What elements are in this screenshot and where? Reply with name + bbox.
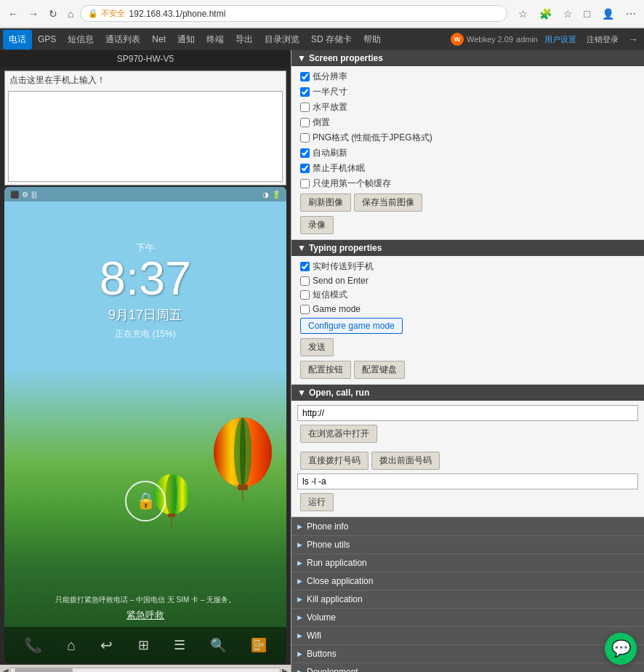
check-sms-mode-label: 短信模式 [313, 289, 347, 301]
back-button[interactable]: ← [4, 7, 22, 21]
phone-nav-phone[interactable]: 📞 [24, 636, 42, 654]
extensions-button[interactable]: 🧩 [536, 7, 555, 21]
typing-properties-section: ▼ Typing properties 实时传送到手机 Send on Ente… [291, 240, 644, 385]
open-call-run-section: ▼ Open, call, run 在浏览器中打开 直接拨打号码 拨出前面号码 … [291, 385, 644, 517]
scroll-left-arrow[interactable]: ◀ [1, 667, 10, 673]
typing-properties-header[interactable]: ▼ Typing properties [291, 240, 644, 256]
text-input-area: 点击这里在手机上输入！ [4, 71, 286, 185]
menu-item-help[interactable]: 帮助 [358, 30, 387, 49]
star-button[interactable]: ☆ [515, 7, 531, 21]
check-first-frame[interactable] [300, 179, 310, 188]
open-call-run-content: 在浏览器中打开 直接拨打号码 拨出前面号码 运行 [291, 401, 644, 516]
refresh-button[interactable]: ↻ [45, 7, 61, 21]
phone-utils-section[interactable]: Phone utils [291, 535, 644, 553]
browser-chrome: ← → ↻ ⌂ 🔒 不安全 192.168.43.1/phone.html ☆ … [0, 0, 644, 28]
open-browser-button[interactable]: 在浏览器中打开 [300, 425, 377, 443]
record-button[interactable]: 录像 [300, 216, 334, 234]
config-keyboard-button[interactable]: 配置键盘 [354, 361, 405, 379]
save-image-button[interactable]: 保存当前图像 [354, 193, 422, 212]
check-half-size[interactable] [300, 87, 310, 97]
check-low-res[interactable] [300, 72, 310, 81]
buttons-section[interactable]: Buttons [291, 644, 644, 663]
url-input[interactable] [297, 405, 638, 421]
phone-nav-end-call[interactable]: 📴 [251, 637, 267, 653]
more-button[interactable]: ⋯ [622, 7, 640, 21]
menu-item-browser[interactable]: 目录浏览 [259, 30, 305, 49]
close-application-section[interactable]: Close application [291, 572, 644, 590]
logout-button[interactable]: 注销登录 [583, 33, 622, 47]
menu-item-export[interactable]: 导出 [230, 30, 259, 49]
menu-item-terminal[interactable]: 终端 [201, 30, 230, 49]
screen-properties-header[interactable]: ▼ Screen properties [291, 50, 644, 66]
run-application-section[interactable]: Run application [291, 553, 644, 572]
refresh-image-button[interactable]: 刷新图像 [300, 193, 351, 212]
menu-right-section: W Webkey 2.09 admin 用户设置 注销登录 → [451, 32, 641, 47]
open-call-run-header[interactable]: ▼ Open, call, run [291, 385, 644, 401]
phone-scrollbar: ◀ ▶ [0, 665, 291, 672]
right-panel: ▼ Screen properties 低分辨率 一半尺寸 水平放置 [291, 50, 644, 672]
redial-button[interactable]: 拨出前面号码 [371, 452, 440, 470]
check-auto-refresh[interactable] [300, 148, 310, 158]
volume-section[interactable]: Volume [291, 608, 644, 626]
phone-nav-back[interactable]: ↩ [100, 636, 113, 654]
menu-item-phone[interactable]: 电话 [3, 30, 32, 49]
config-button[interactable]: 配置按钮 [300, 361, 351, 379]
development-section[interactable]: Development [291, 663, 644, 672]
phone-nav-search[interactable]: 🔍 [210, 637, 226, 653]
check-realtime[interactable] [300, 262, 310, 271]
open-browser-row: 在浏览器中打开 [297, 423, 638, 445]
phone-nav-home[interactable]: ⌂ [67, 637, 76, 654]
command-input[interactable] [297, 473, 638, 489]
run-application-label: Run application [307, 558, 367, 568]
close-application-label: Close application [307, 576, 373, 586]
home-button[interactable]: ⌂ [64, 7, 77, 21]
wifi-section[interactable]: Wifi [291, 626, 644, 644]
text-input-box[interactable] [8, 91, 283, 182]
profile-button[interactable]: 👤 [598, 7, 618, 21]
address-bar[interactable]: 🔒 不安全 192.168.43.1/phone.html [80, 5, 507, 22]
check-rotate[interactable] [300, 118, 310, 127]
balloon-large [210, 417, 275, 501]
tab-count-button[interactable]: □ [581, 7, 594, 21]
menu-item-sd[interactable]: SD 存储卡 [305, 30, 358, 49]
check-no-sleep-row: 禁止手机休眠 [297, 161, 638, 176]
scroll-right-arrow[interactable]: ▶ [281, 667, 289, 673]
menu-item-calls[interactable]: 通话列表 [100, 30, 146, 49]
dial-button[interactable]: 直接拨打号码 [300, 452, 369, 470]
scrollbar-thumb[interactable] [15, 668, 73, 672]
menu-item-notify[interactable]: 通知 [172, 30, 201, 49]
menu-item-sms[interactable]: 短信息 [62, 30, 100, 49]
scrollbar-track[interactable] [10, 668, 281, 672]
phone-time: 8:37 [4, 255, 286, 302]
open-call-run-arrow: ▼ [297, 388, 306, 398]
configure-game-row: Configure game mode [297, 316, 638, 336]
screen-properties-content: 低分辨率 一半尺寸 水平放置 倒置 PNG格式 (性能低于JPEG格式) [291, 66, 644, 239]
check-game-mode[interactable] [300, 305, 310, 314]
menu-item-gps[interactable]: GPS [32, 31, 62, 48]
run-button[interactable]: 运行 [300, 493, 334, 511]
check-game-mode-label: Game mode [313, 304, 361, 314]
configure-game-button[interactable]: Configure game mode [300, 318, 403, 334]
phone-emergency-btn[interactable]: 紧急呼救 [4, 609, 286, 622]
check-horizontal[interactable] [300, 103, 310, 112]
check-horizontal-row: 水平放置 [297, 100, 638, 115]
menu-item-net[interactable]: Net [146, 31, 172, 48]
check-send-enter[interactable] [300, 276, 310, 286]
webkey-version: Webkey 2.09 [467, 35, 513, 44]
typing-props-arrow: ▼ [297, 243, 306, 253]
bookmark-button[interactable]: ☆ [560, 7, 576, 21]
arrow-button[interactable]: → [625, 32, 641, 47]
chat-bubble[interactable]: 💬 [605, 633, 637, 665]
check-png[interactable] [300, 133, 310, 143]
forward-button[interactable]: → [25, 7, 42, 21]
check-sms-mode[interactable] [300, 290, 310, 300]
url-display: 192.168.43.1/phone.html [129, 9, 226, 19]
kill-application-section[interactable]: Kill application [291, 590, 644, 608]
phone-nav-list[interactable]: ☰ [174, 637, 185, 653]
check-half-size-row: 一半尺寸 [297, 84, 638, 100]
check-no-sleep[interactable] [300, 164, 310, 173]
user-settings-button[interactable]: 用户设置 [541, 33, 580, 47]
phone-info-section[interactable]: Phone info [291, 517, 644, 535]
phone-nav-menu[interactable]: ⊞ [138, 637, 149, 653]
send-button[interactable]: 发送 [300, 338, 334, 356]
